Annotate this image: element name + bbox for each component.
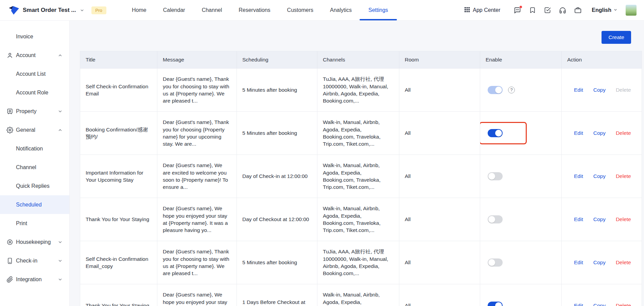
table-row: Thank You for Your StayingDear {Guest's … bbox=[80, 284, 642, 306]
nav-tab-home[interactable]: Home bbox=[132, 0, 146, 20]
column-header-scheduling: Scheduling bbox=[237, 51, 317, 68]
red-highlight-annotation bbox=[480, 122, 527, 144]
column-header-channels: Channels bbox=[317, 51, 399, 68]
sidebar-item-label: Invoice bbox=[16, 34, 33, 40]
sidebar-item-housekeeping[interactable]: Housekeeping bbox=[0, 233, 69, 251]
delete-link[interactable]: Delete bbox=[616, 216, 631, 223]
message-cell: Dear {Guest's name}, Thank you for choos… bbox=[157, 69, 237, 111]
copy-link[interactable]: Copy bbox=[593, 173, 606, 180]
action-cell: EditCopyDelete bbox=[562, 69, 642, 111]
avatar[interactable] bbox=[626, 5, 637, 16]
create-button[interactable]: Create bbox=[602, 31, 631, 44]
sidebar-item-scheduled[interactable]: Scheduled bbox=[0, 195, 69, 214]
copy-link[interactable]: Copy bbox=[593, 129, 606, 137]
chevron-down-icon bbox=[613, 7, 617, 13]
nav-tab-settings[interactable]: Settings bbox=[368, 0, 388, 20]
chevron-down-icon[interactable] bbox=[80, 8, 84, 13]
message-cell-text: Dear {Guest's name}, We hope you enjoyed… bbox=[163, 291, 231, 306]
sidebar-item-invoice[interactable]: Invoice bbox=[0, 27, 69, 46]
wallet-icon[interactable] bbox=[574, 7, 581, 14]
edit-link[interactable]: Edit bbox=[574, 86, 583, 93]
chat-icon[interactable] bbox=[514, 7, 521, 14]
sidebar-item-integration[interactable]: Integration bbox=[0, 270, 69, 289]
edit-link[interactable]: Edit bbox=[574, 173, 583, 180]
message-cell: Dear {Guest's name}, Thank you for choos… bbox=[157, 241, 237, 284]
enable-cell bbox=[480, 155, 562, 198]
sidebar-item-label: Property bbox=[16, 108, 36, 114]
toggle-knob bbox=[495, 130, 502, 137]
enable-toggle[interactable] bbox=[488, 86, 503, 94]
delete-link[interactable]: Delete bbox=[616, 173, 631, 180]
help-icon[interactable]: ? bbox=[508, 87, 515, 93]
channels-cell: Walk-in, Manual, Airbnb, Agoda, Expedia,… bbox=[317, 198, 399, 241]
enable-toggle[interactable] bbox=[488, 215, 503, 223]
channels-cell: Walk-in, Manual, Airbnb, Agoda, Expedia,… bbox=[317, 284, 399, 306]
toggle-knob bbox=[488, 173, 495, 180]
edit-link[interactable]: Edit bbox=[574, 302, 583, 306]
app-grid-icon bbox=[464, 7, 470, 14]
sidebar-item-check-in[interactable]: Check-in bbox=[0, 251, 69, 270]
check-square-icon[interactable] bbox=[544, 7, 551, 14]
channels-cell-text: Walk-in, Manual, Airbnb, Agoda, Expedia,… bbox=[323, 291, 394, 306]
scheduling-cell-text: Day of Checkout at 12:00:00 bbox=[242, 216, 312, 223]
delete-link[interactable]: Delete bbox=[616, 259, 631, 266]
bookmark-icon[interactable] bbox=[529, 7, 536, 14]
nav-tab-analytics[interactable]: Analytics bbox=[330, 0, 352, 20]
sidebar-item-account-list[interactable]: Account List bbox=[0, 65, 69, 83]
sidebar-item-label: Integration bbox=[16, 276, 42, 283]
org-switcher[interactable]: Smart Order Test ... Pro bbox=[8, 5, 106, 15]
enable-toggle[interactable] bbox=[488, 172, 503, 180]
sidebar-item-print[interactable]: Print bbox=[0, 214, 69, 233]
enable-cell bbox=[480, 284, 562, 306]
app-center-button[interactable]: App Center bbox=[464, 7, 500, 14]
nav-tab-calendar[interactable]: Calendar bbox=[163, 0, 185, 20]
action-cell: EditCopyDelete bbox=[562, 241, 642, 284]
sidebar-item-channel[interactable]: Channel bbox=[0, 158, 69, 177]
pro-badge: Pro bbox=[91, 6, 106, 14]
enable-cell bbox=[480, 112, 562, 155]
nav-tab-customers[interactable]: Customers bbox=[287, 0, 313, 20]
channels-cell: TuJia, AAA, A旅行社, 代理 10000000, Walk-in, … bbox=[317, 241, 399, 284]
topbar: Smart Order Test ... Pro HomeCalendarCha… bbox=[0, 0, 644, 20]
scheduling-cell: 5 Minutes after booking bbox=[237, 112, 317, 155]
copy-link[interactable]: Copy bbox=[593, 86, 606, 93]
chevron-down-icon bbox=[58, 240, 63, 245]
enable-toggle[interactable] bbox=[488, 129, 503, 137]
room-cell-text: All bbox=[405, 86, 474, 93]
room-cell: All bbox=[399, 69, 480, 111]
room-cell: All bbox=[399, 198, 480, 241]
sidebar-item-notification[interactable]: Notification bbox=[0, 139, 69, 158]
sidebar-item-account-role[interactable]: Account Role bbox=[0, 83, 69, 102]
delete-link[interactable]: Delete bbox=[616, 302, 631, 306]
message-cell-text: Dear {Guest's name}, Thank you for choos… bbox=[163, 119, 231, 148]
enable-toggle[interactable] bbox=[488, 258, 503, 267]
property-icon bbox=[6, 108, 13, 115]
enable-toggle[interactable] bbox=[488, 302, 503, 306]
scheduling-cell-text: 5 Minutes after booking bbox=[242, 129, 312, 137]
nav-tab-reservations[interactable]: Reservations bbox=[239, 0, 270, 20]
edit-link[interactable]: Edit bbox=[574, 216, 583, 223]
copy-link[interactable]: Copy bbox=[593, 259, 606, 266]
language-selector[interactable]: English bbox=[592, 7, 617, 13]
delete-link[interactable]: Delete bbox=[616, 129, 631, 137]
copy-link[interactable]: Copy bbox=[593, 216, 606, 223]
sidebar-item-label: Scheduled bbox=[16, 202, 42, 208]
sidebar-item-property[interactable]: Property bbox=[0, 102, 69, 121]
sidebar-item-general[interactable]: General bbox=[0, 121, 69, 139]
column-header-action: Action bbox=[562, 51, 642, 68]
edit-link[interactable]: Edit bbox=[574, 129, 583, 137]
org-name[interactable]: Smart Order Test ... bbox=[23, 7, 76, 14]
copy-link[interactable]: Copy bbox=[593, 302, 606, 306]
edit-link[interactable]: Edit bbox=[574, 259, 583, 266]
toggle-knob bbox=[495, 302, 502, 306]
nav-tab-channel[interactable]: Channel bbox=[202, 0, 222, 20]
sidebar-item-quick-replies[interactable]: Quick Replies bbox=[0, 177, 69, 195]
sidebar-item-label: Account Role bbox=[16, 90, 48, 96]
title-cell-text: Thank You for Your Staying bbox=[86, 302, 152, 306]
headset-icon[interactable] bbox=[559, 7, 566, 14]
enable-cell bbox=[480, 198, 562, 241]
sidebar-item-label: Channel bbox=[16, 164, 36, 170]
chevron-up-icon bbox=[58, 53, 63, 58]
sidebar-item-account[interactable]: Account bbox=[0, 46, 69, 65]
general-icon bbox=[6, 127, 13, 133]
